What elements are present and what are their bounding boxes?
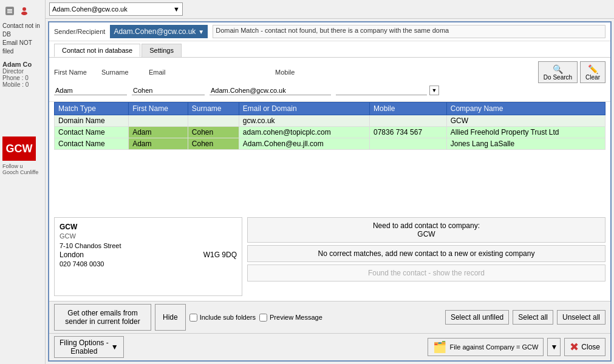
get-emails-button[interactable]: Get other emails from sender in current … xyxy=(54,304,151,331)
cell-surname xyxy=(188,115,239,127)
cell-email: gcw.co.uk xyxy=(239,115,369,127)
cell-surname: Cohen xyxy=(188,138,239,150)
clear-btn-label: Clear xyxy=(585,74,600,81)
company-card-phone: 020 7408 0030 xyxy=(60,260,237,268)
preview-message-checkbox[interactable] xyxy=(259,314,267,322)
tab-contact-not-in-database[interactable]: Contact not in database xyxy=(54,44,140,57)
bottom-bar: Get other emails from sender in current … xyxy=(49,301,610,333)
cell-surname: Cohen xyxy=(188,127,239,138)
cell-email: Adam.Cohen@eu.jll.com xyxy=(239,138,369,150)
unselect-all-button[interactable]: Unselect all xyxy=(557,310,605,325)
table-row[interactable]: Contact Name Adam Cohen adam.cohen@topic… xyxy=(55,127,605,138)
tab-settings[interactable]: Settings xyxy=(142,44,182,57)
mobile-dropdown[interactable]: ▼ xyxy=(429,86,439,95)
action-buttons: Need to add contact to company: GCW No c… xyxy=(247,217,605,296)
select-all-unfiled-button[interactable]: Select all unfiled xyxy=(445,310,509,325)
select-all-unfiled-label: Select all unfiled xyxy=(451,313,503,322)
cell-first-name: Adam xyxy=(129,127,188,138)
company-section: GCW GCW 7-10 Chandos Street London W1G 9… xyxy=(49,215,610,298)
first-name-input[interactable] xyxy=(54,86,127,95)
cell-company: GCW xyxy=(446,115,605,127)
sidebar-gcw: GCW Follow u Gooch Cunliffe xyxy=(2,136,43,175)
do-search-button[interactable]: 🔍 Do Search xyxy=(538,61,578,83)
cell-first-name xyxy=(129,115,188,127)
cell-match-type: Contact Name xyxy=(55,138,129,150)
no-correct-matches-label: No correct matches, add new contact to a… xyxy=(318,249,535,258)
company-card-name2: GCW xyxy=(60,232,237,240)
search-icon: 🔍 xyxy=(553,64,563,74)
sender-email-dropdown[interactable]: Adam.Cohen@gcw.co.uk ▼ xyxy=(110,25,208,38)
table-row[interactable]: Domain Name gcw.co.uk GCW xyxy=(55,115,605,127)
person-mobile: Mobile : 0 xyxy=(2,81,43,88)
no-correct-matches-button[interactable]: No correct matches, add new contact to a… xyxy=(247,245,605,262)
person-name: Adam Co xyxy=(2,61,43,68)
filing-options-label: Filing Options - Enabled xyxy=(60,339,109,356)
close-button[interactable]: ✖ Close xyxy=(564,338,605,356)
email-not-filed-text: Email NOT filed xyxy=(2,39,43,56)
preview-message-label: Preview Message xyxy=(270,314,322,321)
gooch-text: Gooch Cunliffe xyxy=(2,169,43,175)
clear-button[interactable]: ✏️ Clear xyxy=(580,61,605,83)
sidebar-icon-person[interactable] xyxy=(18,5,30,17)
first-name-label: First Name xyxy=(54,69,97,76)
cell-first-name: Adam xyxy=(129,138,188,150)
col-match-type: Match Type xyxy=(55,103,129,115)
sidebar-icon-settings[interactable] xyxy=(4,5,16,17)
contact-form: First Name Surname Email Mobile 🔍 Do Sea… xyxy=(49,58,610,102)
hide-button[interactable]: Hide xyxy=(155,304,186,331)
col-first-name: First Name xyxy=(129,103,188,115)
hide-label: Hide xyxy=(163,313,178,322)
file-against-label: File against Company = GCW xyxy=(450,343,539,351)
filing-options-button[interactable]: Filing Options - Enabled ▼ xyxy=(54,336,124,358)
email-dropdown[interactable]: Adam.Cohen@gcw.co.uk ▼ xyxy=(49,2,183,16)
surname-input[interactable] xyxy=(132,86,205,95)
company-card-postcode: W1G 9DQ xyxy=(203,251,237,259)
gcw-logo: GCW xyxy=(2,136,36,161)
select-all-label: Select all xyxy=(518,313,548,322)
file-icon: 🗂️ xyxy=(433,340,446,354)
svg-rect-2 xyxy=(7,11,12,12)
company-card-name1: GCW xyxy=(60,223,237,231)
file-against-chevron: ▼ xyxy=(550,343,558,351)
found-contact-label: Found the contact - show the record xyxy=(368,269,485,277)
cell-company: Allied Freehold Property Trust Ltd xyxy=(446,127,605,138)
email-label: Email xyxy=(149,69,270,76)
svg-rect-3 xyxy=(7,12,12,13)
sidebar: Contact not in DB Email NOT filed Adam C… xyxy=(0,0,46,364)
clear-icon: ✏️ xyxy=(588,64,598,74)
top-bar: Adam.Cohen@gcw.co.uk ▼ xyxy=(46,0,614,19)
col-mobile: Mobile xyxy=(369,103,446,115)
need-to-add-button[interactable]: Need to add contact to company: GCW xyxy=(247,217,605,243)
filing-options-arrow: ▼ xyxy=(111,343,118,351)
mobile-input[interactable] xyxy=(336,86,427,95)
cell-match-type: Domain Name xyxy=(55,115,129,127)
include-sub-checkbox[interactable] xyxy=(189,314,197,322)
gcw-follow: Follow u xyxy=(2,163,43,169)
include-sub-group: Include sub folders xyxy=(189,314,256,322)
results-table: Match Type First Name Surname Email or D… xyxy=(54,102,605,210)
email-input[interactable] xyxy=(210,86,331,95)
file-against-arrow-button[interactable]: ▼ xyxy=(547,338,561,356)
svg-rect-1 xyxy=(7,9,12,10)
found-contact-button[interactable]: Found the contact - show the record xyxy=(247,265,605,281)
tabs: Contact not in database Settings xyxy=(49,41,610,58)
sender-dropdown-arrow: ▼ xyxy=(198,29,204,35)
svg-point-5 xyxy=(21,12,27,15)
company-card-address: 7-10 Chandos Street xyxy=(60,242,237,249)
sidebar-person: Adam Co Director Phone : 0 Mobile : 0 xyxy=(2,61,43,88)
table-row[interactable]: Contact Name Adam Cohen Adam.Cohen@eu.jl… xyxy=(55,138,605,150)
company-card-city: London xyxy=(60,251,84,259)
email-dropdown-arrow: ▼ xyxy=(173,5,180,13)
close-label: Close xyxy=(581,343,600,351)
need-to-add-label: Need to add contact to company: xyxy=(254,221,599,230)
file-against-button[interactable]: 🗂️ File against Company = GCW xyxy=(428,338,544,356)
col-surname: Surname xyxy=(188,103,239,115)
col-email-domain: Email or Domain xyxy=(239,103,369,115)
cell-company: Jones Lang LaSalle xyxy=(446,138,605,150)
select-all-button[interactable]: Select all xyxy=(513,310,553,325)
surname-label: Surname xyxy=(101,69,144,76)
svg-point-4 xyxy=(22,7,26,11)
cell-mobile: 07836 734 567 xyxy=(369,127,446,138)
cell-mobile xyxy=(369,115,446,127)
filing-footer: Filing Options - Enabled ▼ 🗂️ File again… xyxy=(49,333,610,360)
